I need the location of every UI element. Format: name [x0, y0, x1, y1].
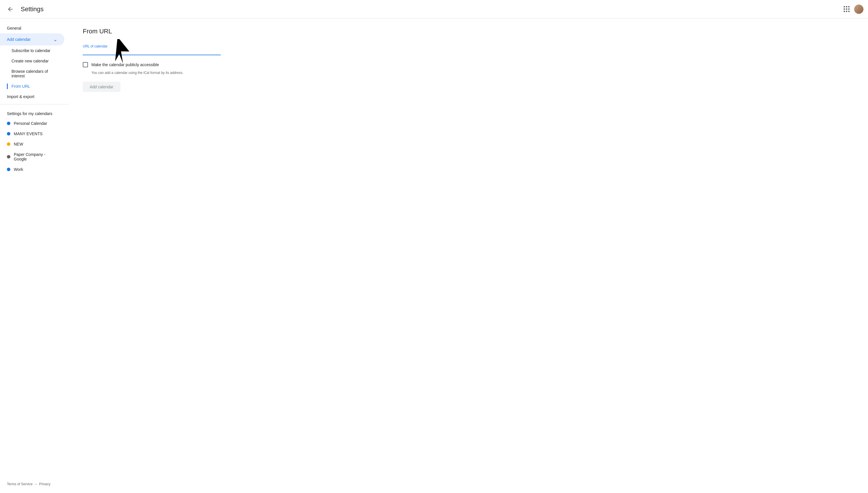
main-layout: General Add calendar ⌄ Subscribe to cale…: [0, 18, 868, 493]
many-events-dot: [7, 132, 10, 135]
personal-calendar-dot: [7, 122, 10, 125]
create-new-label: Create new calendar: [12, 59, 49, 63]
settings-for-calendars-label: Settings for my calendars: [7, 111, 52, 116]
header-right: [841, 4, 863, 14]
url-field-label: URL of calendar: [83, 44, 108, 48]
work-calendar-name: Work: [14, 167, 23, 172]
url-input[interactable]: [83, 42, 221, 55]
sidebar-item-create-new[interactable]: Create new calendar: [0, 56, 64, 66]
url-field-wrapper: URL of calendar: [83, 42, 221, 55]
apps-button[interactable]: [841, 4, 852, 14]
import-export-label: Import & export: [7, 94, 35, 99]
general-label: General: [7, 26, 21, 30]
work-dot: [7, 168, 10, 171]
calendar-item-new[interactable]: NEW: [0, 139, 64, 149]
many-events-name: MANY EVENTS: [14, 131, 43, 136]
terms-of-service-link[interactable]: Terms of Service: [7, 482, 32, 486]
new-calendar-name: NEW: [14, 142, 23, 146]
paper-company-dot: [7, 155, 10, 158]
from-url-title: From URL: [83, 28, 854, 35]
avatar-image: [854, 5, 863, 14]
header-left: Settings: [5, 3, 44, 15]
calendar-item-personal[interactable]: Personal Calendar: [0, 118, 64, 129]
add-calendar-button[interactable]: Add calendar: [83, 82, 120, 92]
subscribe-label: Subscribe to calendar: [12, 48, 50, 53]
browse-label: Browse calendars of interest: [12, 69, 48, 78]
checkbox-label: Make the calendar publicly accessible: [91, 62, 159, 67]
public-checkbox-row: Make the calendar publicly accessible: [83, 62, 854, 67]
sidebar-footer: Terms of Service – Privacy: [0, 480, 69, 488]
chevron-up-icon: ⌄: [53, 36, 58, 43]
public-checkbox[interactable]: [83, 62, 88, 67]
calendar-item-many-events[interactable]: MANY EVENTS: [0, 129, 64, 139]
personal-calendar-name: Personal Calendar: [14, 121, 47, 126]
from-url-label: From URL: [12, 84, 30, 89]
new-dot: [7, 142, 10, 146]
page-title: Settings: [21, 5, 44, 13]
sidebar: General Add calendar ⌄ Subscribe to cale…: [0, 18, 69, 493]
back-icon: [7, 6, 14, 13]
add-calendar-label: Add calendar: [7, 37, 31, 42]
avatar[interactable]: [854, 5, 863, 14]
paper-company-name: Paper Company - Google: [14, 152, 58, 162]
sidebar-item-subscribe[interactable]: Subscribe to calendar: [0, 45, 64, 56]
helper-text: You can add a calendar using the iCal fo…: [91, 71, 854, 75]
footer-separator: –: [35, 482, 37, 486]
calendar-item-paper-company[interactable]: Paper Company - Google: [0, 149, 64, 164]
sidebar-item-general[interactable]: General: [0, 23, 64, 34]
sidebar-item-from-url[interactable]: From URL: [0, 81, 64, 91]
settings-for-my-calendars-header: Settings for my calendars: [0, 107, 69, 118]
sidebar-item-import-export[interactable]: Import & export: [0, 91, 64, 102]
privacy-link[interactable]: Privacy: [39, 482, 50, 486]
grid-icon: [844, 6, 850, 12]
back-button[interactable]: [5, 3, 16, 15]
main-content: From URL URL of calendar Make the calend…: [69, 18, 868, 493]
sidebar-item-add-calendar[interactable]: Add calendar ⌄: [0, 34, 64, 45]
sidebar-item-browse[interactable]: Browse calendars of interest: [0, 66, 64, 81]
calendar-item-work[interactable]: Work: [0, 164, 64, 175]
app-header: Settings: [0, 0, 868, 18]
